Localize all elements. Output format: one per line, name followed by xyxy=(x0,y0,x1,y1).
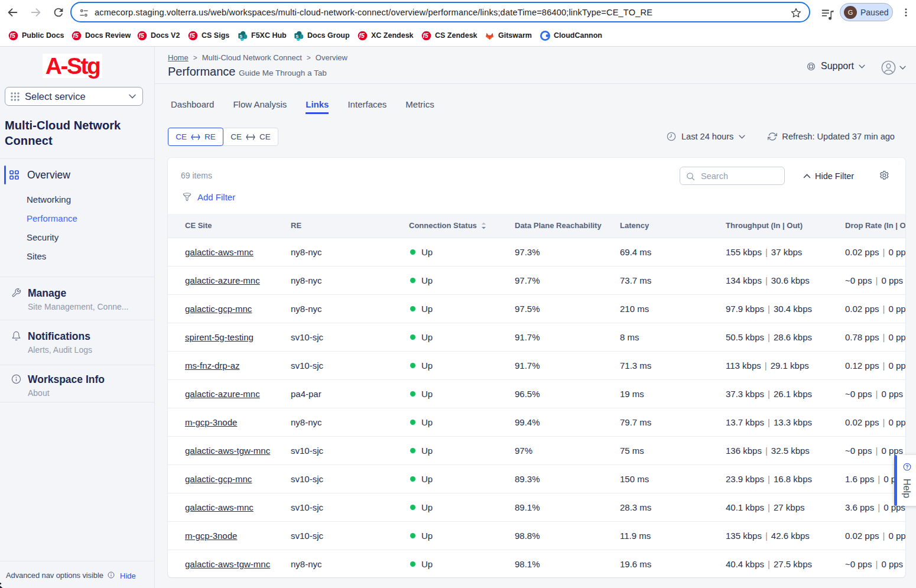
svg-text:f5: f5 xyxy=(359,33,365,39)
svg-text:f5: f5 xyxy=(10,33,15,39)
svg-text:f5: f5 xyxy=(190,33,195,39)
svg-text:S: S xyxy=(239,33,242,38)
svg-text:f5: f5 xyxy=(423,33,428,39)
svg-text:f5: f5 xyxy=(139,33,144,39)
svg-text:f5: f5 xyxy=(73,33,79,39)
svg-text:S: S xyxy=(295,33,298,38)
